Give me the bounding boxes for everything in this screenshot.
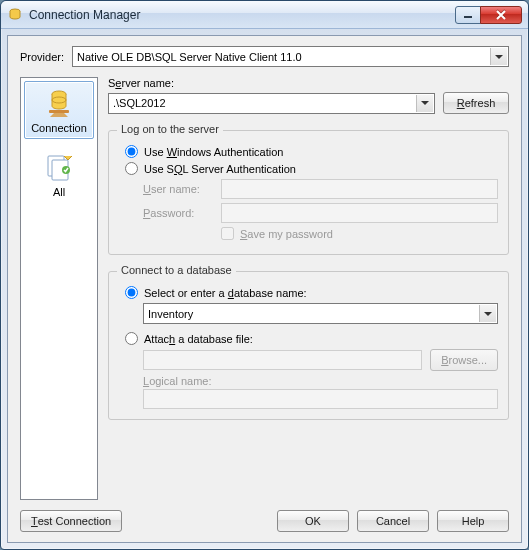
windows-auth-radio[interactable] (125, 145, 138, 158)
save-password-label: Save my password (240, 228, 333, 240)
select-db-label: Select or enter a database name: (144, 287, 307, 299)
attach-file-label: Attach a database file: (144, 333, 253, 345)
windows-auth-label: Use Windows Authentication (144, 146, 283, 158)
titlebar[interactable]: Connection Manager (1, 1, 528, 29)
logical-name-input (143, 389, 498, 409)
logon-group: Log on to the server Use Windows Authent… (108, 130, 509, 255)
server-name-combo[interactable]: .\SQL2012 (108, 93, 435, 114)
select-db-radio[interactable] (125, 286, 138, 299)
cancel-button[interactable]: Cancel (357, 510, 429, 532)
database-combo[interactable]: Inventory (143, 303, 498, 324)
dialog-footer: Test Connection OK Cancel Help (20, 500, 509, 532)
username-label: User name: (143, 183, 213, 195)
database-legend: Connect to a database (117, 264, 236, 276)
refresh-button[interactable]: Refresh (443, 92, 509, 114)
database-value: Inventory (148, 308, 211, 320)
test-connection-button[interactable]: Test Connection (20, 510, 122, 532)
main-panel: Server name: .\SQL2012 Refresh Log on to… (108, 77, 509, 500)
all-icon (27, 150, 91, 184)
sql-auth-radio[interactable] (125, 162, 138, 175)
password-label: Password: (143, 207, 213, 219)
sidebar-item-all[interactable]: All (24, 145, 94, 203)
password-input (221, 203, 498, 223)
save-password-checkbox (221, 227, 234, 240)
svg-rect-4 (49, 110, 69, 113)
provider-combo[interactable]: Native OLE DB\SQL Server Native Client 1… (72, 46, 509, 67)
help-button[interactable]: Help (437, 510, 509, 532)
chevron-down-icon[interactable] (416, 95, 433, 112)
chevron-down-icon[interactable] (490, 48, 507, 65)
server-name-value: .\SQL2012 (113, 97, 184, 109)
browse-button: Browse... (430, 349, 498, 371)
app-icon (7, 7, 23, 23)
logon-legend: Log on to the server (117, 123, 223, 135)
svg-rect-1 (464, 16, 472, 18)
logical-name-label: Logical name: (143, 375, 498, 387)
provider-label: Provider: (20, 51, 64, 63)
attach-file-radio[interactable] (125, 332, 138, 345)
window-title: Connection Manager (29, 8, 455, 22)
client-area: Provider: Native OLE DB\SQL Server Nativ… (7, 35, 522, 543)
username-input (221, 179, 498, 199)
minimize-button[interactable] (455, 6, 481, 24)
file-path-input (143, 350, 422, 370)
connection-icon (27, 86, 91, 120)
sidebar-item-connection[interactable]: Connection (24, 81, 94, 139)
sql-auth-label: Use SQL Server Authentication (144, 163, 296, 175)
ok-button[interactable]: OK (277, 510, 349, 532)
server-name-label: Server name: (108, 77, 509, 89)
connection-manager-window: Connection Manager Provider: Native OLE … (0, 0, 529, 550)
sidebar-item-label: Connection (27, 122, 91, 134)
chevron-down-icon[interactable] (479, 305, 496, 322)
close-button[interactable] (480, 6, 522, 24)
database-group: Connect to a database Select or enter a … (108, 271, 509, 420)
sidebar-item-label: All (27, 186, 91, 198)
provider-value: Native OLE DB\SQL Server Native Client 1… (77, 51, 320, 63)
sidebar: Connection All (20, 77, 98, 500)
